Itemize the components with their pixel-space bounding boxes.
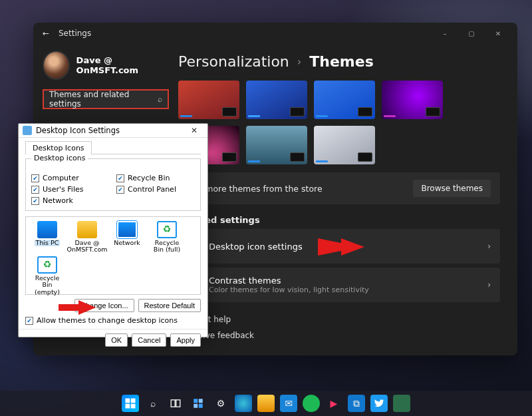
svg-rect-13 bbox=[199, 404, 203, 408]
icon-this-pc[interactable]: This PC bbox=[30, 221, 65, 254]
browse-themes-button[interactable]: Browse themes bbox=[413, 180, 491, 197]
checkbox-icon bbox=[31, 186, 39, 194]
checkbox-icon bbox=[31, 197, 39, 205]
check-control-panel[interactable]: Control Panel bbox=[116, 185, 195, 194]
tab-desktop-icons[interactable]: Desktop Icons bbox=[25, 141, 92, 154]
window-controls: – ▢ ✕ bbox=[432, 24, 511, 43]
desktop-icon-settings-row[interactable]: Desktop icon settings › bbox=[178, 229, 500, 264]
app-icon[interactable] bbox=[393, 395, 410, 412]
settings-app-title: Settings bbox=[59, 29, 91, 38]
dialog-title: Desktop Icon Settings bbox=[36, 126, 185, 135]
breadcrumb-parent[interactable]: Personalization bbox=[178, 53, 289, 70]
desktop-icon-settings-dialog: Desktop Icon Settings ✕ Desktop Icons De… bbox=[18, 123, 208, 337]
check-recycle-bin[interactable]: Recycle Bin bbox=[116, 174, 195, 182]
icon-recycle-bin-full[interactable]: Recycle Bin (full) bbox=[150, 221, 184, 254]
dialog-close-button[interactable]: ✕ bbox=[185, 124, 203, 137]
dialog-system-icon bbox=[23, 126, 32, 135]
checkbox-icon bbox=[116, 174, 124, 182]
theme-tile[interactable] bbox=[314, 81, 375, 119]
svg-rect-6 bbox=[126, 404, 130, 409]
svg-rect-4 bbox=[126, 399, 130, 403]
chevron-right-icon: › bbox=[487, 280, 491, 290]
svg-rect-8 bbox=[171, 400, 175, 407]
svg-rect-10 bbox=[194, 399, 198, 403]
get-help-link[interactable]: ❔ Get help bbox=[178, 312, 500, 327]
checkbox-icon bbox=[116, 186, 124, 194]
settings-search-input[interactable]: Themes and related settings ⌕ bbox=[43, 89, 169, 109]
settings-titlebar: ← Settings – ▢ ✕ bbox=[33, 23, 517, 44]
svg-rect-9 bbox=[176, 400, 180, 407]
ok-button[interactable]: OK bbox=[105, 333, 128, 347]
chevron-right-icon: › bbox=[297, 55, 301, 68]
media-player-icon[interactable]: ▶ bbox=[325, 395, 342, 412]
setting-title: Desktop icon settings bbox=[209, 242, 479, 252]
breadcrumb: Personalization › Themes bbox=[178, 53, 500, 70]
restore-default-button[interactable]: Restore Default bbox=[138, 299, 201, 312]
dialog-titlebar: Desktop Icon Settings ✕ bbox=[19, 124, 207, 138]
check-network[interactable]: Network bbox=[31, 196, 110, 205]
settings-content: Personalization › Themes Get more themes… bbox=[178, 44, 517, 355]
svg-rect-7 bbox=[131, 404, 136, 409]
store-row: Get more themes from the store Browse th… bbox=[178, 172, 500, 204]
check-users-files[interactable]: User's Files bbox=[31, 185, 110, 194]
maximize-button[interactable]: ▢ bbox=[459, 24, 484, 43]
dialog-footer: OK Cancel Apply bbox=[19, 329, 207, 351]
checkbox-icon bbox=[31, 174, 39, 182]
avatar bbox=[43, 51, 70, 80]
mail-icon[interactable]: ✉ bbox=[280, 395, 297, 412]
icon-network[interactable]: Network bbox=[110, 221, 144, 254]
themes-grid bbox=[178, 81, 500, 164]
svg-rect-5 bbox=[131, 399, 136, 403]
desktop-icons-group: Desktop icons Computer Recycle Bin User'… bbox=[25, 158, 201, 211]
user-row[interactable]: Dave @ OnMSFT.com bbox=[43, 51, 169, 80]
group-legend: Desktop icons bbox=[31, 154, 88, 162]
contrast-themes-row[interactable]: Contrast themes Color themes for low vis… bbox=[178, 268, 500, 302]
task-view-icon[interactable] bbox=[167, 395, 184, 412]
change-icon-button[interactable]: Change Icon... bbox=[74, 299, 134, 312]
dialog-tabstrip: Desktop Icons bbox=[25, 140, 201, 154]
start-button[interactable] bbox=[122, 395, 139, 412]
minimize-button[interactable]: – bbox=[432, 24, 458, 43]
checkbox-icon: ✔ bbox=[25, 317, 33, 325]
svg-rect-11 bbox=[199, 399, 203, 403]
theme-tile[interactable] bbox=[314, 126, 375, 164]
related-settings-heading: Related settings bbox=[180, 215, 500, 225]
store-icon[interactable]: ⧉ bbox=[348, 395, 365, 412]
spotify-icon[interactable] bbox=[303, 395, 320, 412]
allow-themes-checkbox[interactable]: ✔ Allow themes to change desktop icons bbox=[25, 316, 201, 325]
cancel-button[interactable]: Cancel bbox=[132, 333, 166, 347]
icon-recycle-bin-empty[interactable]: Recycle Bin (empty) bbox=[30, 256, 65, 296]
theme-tile[interactable] bbox=[246, 81, 307, 119]
close-button[interactable]: ✕ bbox=[485, 24, 511, 43]
breadcrumb-current: Themes bbox=[309, 53, 374, 70]
give-feedback-link[interactable]: ✎ Give feedback bbox=[178, 327, 500, 343]
taskbar: ⌕ ⚙ ✉ ▶ ⧉ bbox=[0, 391, 532, 416]
icon-user-folder[interactable]: Dave @ OnMSFT.com bbox=[70, 221, 104, 254]
settings-taskbar-icon[interactable]: ⚙ bbox=[212, 395, 229, 412]
widgets-icon[interactable] bbox=[190, 395, 207, 412]
theme-tile[interactable] bbox=[178, 81, 239, 119]
theme-tile[interactable] bbox=[246, 126, 307, 164]
apply-button[interactable]: Apply bbox=[170, 333, 201, 347]
twitter-icon[interactable] bbox=[370, 395, 388, 412]
icon-preview-well: This PC Dave @ OnMSFT.com Network Recycl… bbox=[25, 216, 201, 295]
svg-rect-12 bbox=[194, 404, 198, 408]
theme-tile[interactable] bbox=[382, 81, 443, 119]
back-button[interactable]: ← bbox=[40, 29, 52, 38]
user-display-name: Dave @ OnMSFT.com bbox=[76, 55, 169, 75]
edge-icon[interactable] bbox=[235, 395, 252, 412]
setting-title: Contrast themes bbox=[209, 276, 479, 286]
setting-subtitle: Color themes for low vision, light sensi… bbox=[209, 286, 479, 294]
search-text: Themes and related settings bbox=[49, 90, 158, 108]
chevron-right-icon: › bbox=[487, 242, 491, 251]
check-computer[interactable]: Computer bbox=[31, 174, 110, 182]
search-icon: ⌕ bbox=[158, 95, 162, 104]
file-explorer-icon[interactable] bbox=[257, 395, 275, 412]
taskbar-search-icon[interactable]: ⌕ bbox=[144, 395, 162, 412]
